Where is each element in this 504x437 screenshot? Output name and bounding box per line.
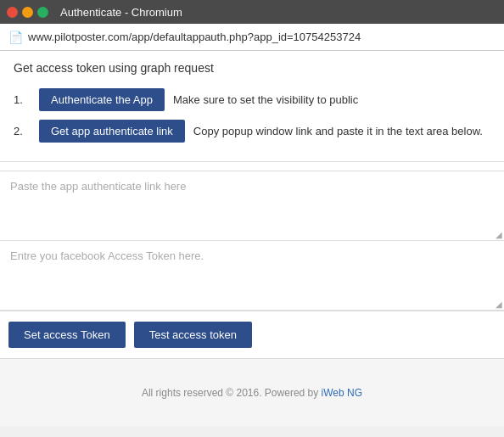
- buttons-row: Set access Token Test access token: [0, 311, 504, 358]
- access-token-textarea-wrapper: ◢: [0, 241, 504, 311]
- set-access-token-button[interactable]: Set access Token: [8, 322, 126, 348]
- footer-ng: NG: [344, 387, 362, 399]
- url-path: /app/defaultappauth.php?app_id=107542537…: [129, 31, 361, 43]
- auth-link-textarea[interactable]: [3, 175, 501, 234]
- footer-text: All rights reserved © 2016. Powered by i…: [142, 387, 362, 399]
- page-title: Get access token using graph request: [14, 61, 490, 75]
- footer: All rights reserved © 2016. Powered by i…: [0, 358, 504, 426]
- main-content: Get access token using graph request 1. …: [0, 51, 504, 162]
- page-icon: 📄: [8, 31, 23, 44]
- scroll-indicator-1: ◢: [496, 230, 504, 238]
- window-controls: [7, 7, 48, 18]
- step-2-description: Copy popup window link and paste it in t…: [193, 125, 483, 137]
- scroll-indicator-2: ◢: [496, 300, 504, 308]
- step-item-2: 2. Get app authenticate link Copy popup …: [14, 120, 490, 143]
- url-display: www.pilotposter.com/app/defaultappauth.p…: [28, 31, 361, 43]
- steps-list: 1. Authenticate the App Make sure to set…: [14, 88, 490, 143]
- access-token-textarea[interactable]: [3, 244, 501, 304]
- get-authenticate-link-button[interactable]: Get app authenticate link: [39, 120, 185, 143]
- test-access-token-button[interactable]: Test access token: [134, 322, 252, 348]
- textareas-section: ◢ ◢: [0, 162, 504, 311]
- address-bar: 📄 www.pilotposter.com/app/defaultappauth…: [0, 24, 504, 51]
- step-1-description: Make sure to set the visibility to publi…: [173, 93, 358, 106]
- minimize-button[interactable]: [22, 7, 33, 18]
- title-bar: Authenticate - Chromium: [0, 0, 504, 24]
- step-number-1: 1.: [14, 93, 31, 106]
- window-title: Authenticate - Chromium: [60, 6, 182, 19]
- maximize-button[interactable]: [37, 7, 48, 18]
- step-item-1: 1. Authenticate the App Make sure to set…: [14, 88, 490, 111]
- footer-copy: All rights reserved © 2016. Powered by: [142, 387, 322, 399]
- authenticate-app-button[interactable]: Authenticate the App: [39, 88, 165, 111]
- close-button[interactable]: [7, 7, 18, 18]
- footer-link[interactable]: iWeb: [322, 387, 344, 399]
- auth-link-textarea-wrapper: ◢: [0, 171, 504, 241]
- url-domain: www.pilotposter.com: [28, 31, 129, 43]
- step-number-2: 2.: [14, 125, 31, 137]
